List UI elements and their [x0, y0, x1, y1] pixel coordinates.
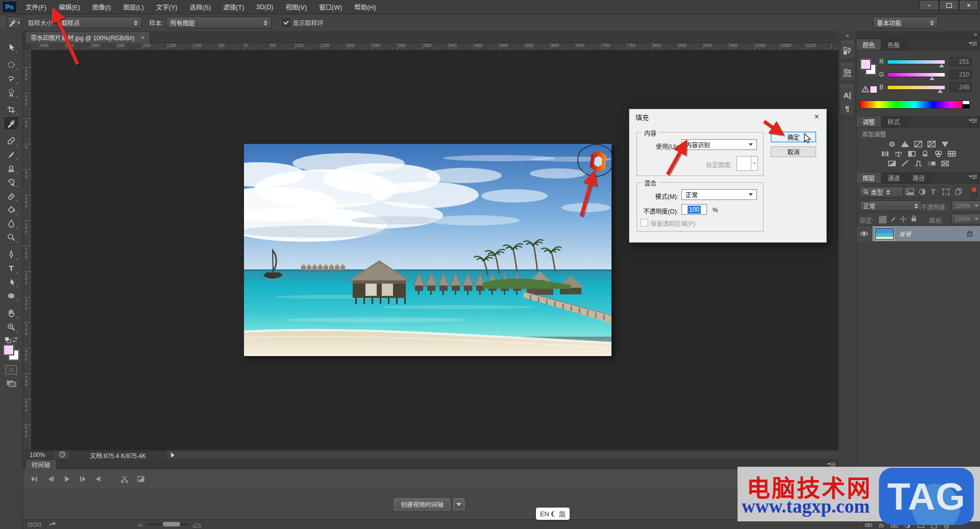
selective-color-icon[interactable]	[940, 160, 950, 167]
timeline-zoom-slider[interactable]	[148, 523, 188, 525]
zoom-in-mountain-icon[interactable]	[192, 521, 202, 527]
menu-item-0[interactable]: 文件(F)	[19, 0, 53, 14]
color-lookup-icon[interactable]	[947, 150, 957, 158]
filter-smart-objects-icon[interactable]	[955, 188, 962, 195]
filter-type-select[interactable]: 类型	[860, 187, 903, 197]
background-layer-row[interactable]: 背景	[856, 226, 980, 241]
shape-tool[interactable]	[4, 289, 18, 302]
path-select-tool[interactable]	[4, 275, 18, 288]
sample-select[interactable]: 所有图层	[166, 17, 272, 29]
status-icon[interactable]	[59, 451, 66, 460]
invert-icon[interactable]	[887, 160, 897, 167]
zoom-level-field[interactable]: 100%	[25, 451, 54, 460]
timeline-zoom-thumb[interactable]	[163, 522, 180, 526]
blue-slider[interactable]	[887, 85, 945, 90]
photo-filter-icon[interactable]	[920, 150, 930, 158]
hue-saturation-icon[interactable]	[880, 150, 890, 158]
tab-paths[interactable]: 路径	[906, 172, 932, 183]
green-slider-thumb[interactable]	[929, 77, 935, 80]
layer-style-icon[interactable]: fx	[879, 522, 884, 528]
preserve-transparency-checkbox[interactable]	[641, 219, 648, 226]
tab-styles[interactable]: 样式	[881, 116, 906, 127]
pen-tool[interactable]	[4, 248, 18, 261]
filter-adjustment-layers-icon[interactable]	[919, 188, 926, 195]
eyedropper-tool[interactable]	[4, 117, 18, 130]
menu-item-8[interactable]: 视图(V)	[279, 0, 313, 14]
layers-panel-menu-icon[interactable]	[969, 174, 977, 180]
exposure-icon[interactable]	[927, 140, 937, 148]
spot-healing-tool[interactable]	[4, 134, 18, 147]
brush-tool[interactable]	[4, 148, 18, 161]
brightness-contrast-icon[interactable]	[887, 140, 897, 148]
foreground-color-swatch[interactable]	[4, 345, 14, 355]
screen-mode-button[interactable]	[6, 380, 17, 388]
workspace-select[interactable]: 基本功能	[873, 17, 938, 29]
rail-grip[interactable]	[842, 41, 853, 43]
audio-mute-button[interactable]	[93, 473, 106, 485]
eyedropper-option-icon[interactable]	[8, 17, 21, 29]
opacity-input[interactable]: 100	[681, 204, 707, 215]
properties-panel-icon[interactable]	[840, 66, 854, 80]
gradient-map-icon[interactable]	[927, 160, 937, 167]
quick-select-tool[interactable]	[4, 86, 18, 98]
next-frame-button[interactable]	[77, 473, 90, 485]
layer-thumbnail[interactable]	[875, 228, 894, 240]
menu-item-3[interactable]: 图层(L)	[117, 0, 150, 14]
canvas[interactable]	[244, 144, 611, 356]
menu-item-7[interactable]: 3D(D)	[250, 0, 279, 14]
tab-channels[interactable]: 通道	[881, 172, 906, 183]
sample-size-select[interactable]: 取样点	[57, 17, 142, 29]
collapse-panels-icon[interactable]: «	[839, 31, 856, 39]
filter-type-layers-icon[interactable]: T	[931, 188, 936, 196]
document-info[interactable]: 文档:875.4 K/875.4K	[70, 451, 166, 460]
lock-position-icon[interactable]	[899, 215, 907, 223]
green-slider[interactable]	[887, 72, 945, 77]
document-tab[interactable]: 带水印图片素材.jpg @ 100%(RGB/8#) ×	[25, 31, 150, 43]
tab-close-icon[interactable]: ×	[141, 34, 145, 41]
collapse-to-icons-icon[interactable]: »	[974, 31, 977, 37]
gradient-tool[interactable]	[4, 203, 18, 216]
minimize-button[interactable]: –	[919, 0, 939, 10]
foreground-color-swatch[interactable]	[861, 59, 871, 69]
marquee-tool[interactable]	[4, 58, 18, 71]
adjustments-panel-menu-icon[interactable]	[969, 118, 977, 124]
ime-indicator[interactable]: EN 简	[536, 508, 570, 520]
black-white-icon[interactable]	[907, 150, 917, 158]
opacity-select[interactable]: 100%	[951, 200, 980, 211]
zoom-tool[interactable]	[4, 320, 18, 333]
filter-pixel-layers-icon[interactable]	[905, 188, 914, 195]
gamut-warning-icon[interactable]	[862, 86, 869, 94]
color-panel-menu-icon[interactable]	[969, 41, 977, 47]
quick-mask-button[interactable]	[6, 365, 17, 374]
restore-button[interactable]	[939, 0, 959, 10]
transition-button[interactable]	[134, 473, 148, 485]
use-select[interactable]: 内容识别	[681, 139, 757, 150]
crop-tool[interactable]	[4, 103, 18, 116]
split-clip-button[interactable]	[118, 473, 131, 485]
red-slider[interactable]	[887, 60, 945, 64]
cancel-button[interactable]: 取消	[771, 146, 816, 157]
black-swatch[interactable]	[962, 104, 970, 109]
blue-slider-thumb[interactable]	[938, 89, 943, 93]
mode-select[interactable]: 正常	[681, 189, 757, 200]
hand-tool[interactable]	[4, 307, 18, 319]
status-expand-icon[interactable]	[171, 452, 175, 458]
green-value-field[interactable]: 210	[949, 70, 972, 79]
menu-item-9[interactable]: 窗口(W)	[313, 0, 348, 14]
red-slider-thumb[interactable]	[939, 64, 944, 67]
filter-shape-layers-icon[interactable]	[942, 188, 950, 195]
lock-pixels-icon[interactable]	[889, 215, 897, 223]
ruler-corner[interactable]	[23, 43, 32, 51]
lasso-tool[interactable]	[4, 72, 18, 85]
link-layers-icon[interactable]	[865, 523, 872, 527]
tab-color[interactable]: 颜色	[856, 39, 881, 50]
history-panel-icon[interactable]	[840, 44, 854, 58]
move-tool[interactable]	[4, 41, 18, 54]
ok-button[interactable]: 确定	[771, 132, 816, 142]
type-tool[interactable]: T	[4, 262, 18, 274]
lock-all-icon[interactable]	[911, 215, 917, 222]
history-brush-tool[interactable]	[4, 175, 18, 188]
rail-grip[interactable]	[842, 85, 853, 87]
rail-grip[interactable]	[842, 63, 853, 65]
swap-colors-icon[interactable]	[5, 337, 18, 343]
